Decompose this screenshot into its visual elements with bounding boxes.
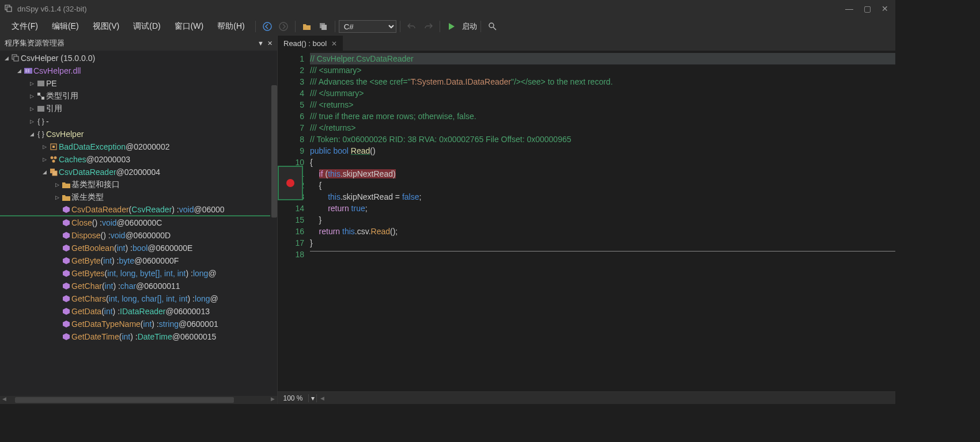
redo-button[interactable] xyxy=(421,20,435,33)
tree-class-csvdatareader[interactable]: ◢CsvDataReader @02000004 xyxy=(0,166,277,178)
tab-close-button[interactable]: ✕ xyxy=(331,40,337,48)
method-icon xyxy=(61,295,71,302)
line-number-gutter: 123456789101112131415161718 xyxy=(278,51,310,391)
code-editor[interactable]: 123456789101112131415161718 // CsvHelper… xyxy=(278,51,895,391)
tree-class-caches[interactable]: ▷Caches @02000003 xyxy=(0,153,277,166)
method-icon xyxy=(61,206,71,213)
breakpoint-icon[interactable] xyxy=(286,179,294,187)
start-button[interactable] xyxy=(445,20,459,33)
svg-line-16 xyxy=(40,96,41,97)
tree-ns-csvhelper[interactable]: ◢{ }CsvHelper xyxy=(0,128,277,140)
assembly-tree[interactable]: ◢CsvHelper (15.0.0.0) ◢CsvHelper.dll ▷PE… xyxy=(0,51,277,396)
tree-method-getdatatypename[interactable]: GetDataTypeName(int) : string @0600001 xyxy=(0,318,277,330)
assembly-icon xyxy=(10,54,21,62)
svg-rect-15 xyxy=(41,97,44,100)
svg-point-21 xyxy=(54,157,57,159)
menu-edit[interactable]: 编辑(E) xyxy=(45,21,86,32)
tree-method-getchar[interactable]: GetChar(int) : char @06000011 xyxy=(0,280,277,292)
editor-tabs: Read() : bool ✕ xyxy=(278,36,895,51)
class-icon xyxy=(48,143,59,150)
tab-label: Read() : bool xyxy=(283,39,327,48)
editor-statusbar: 100 % ▾ ◀ xyxy=(278,391,895,404)
tree-derived-types[interactable]: ▷派生类型 xyxy=(0,191,277,204)
titlebar: dnSpy v6.1.4 (32-bit) — ▢ ✕ xyxy=(0,0,895,17)
method-icon xyxy=(61,321,71,327)
panel-close-button[interactable]: ✕ xyxy=(267,40,273,47)
menu-debug[interactable]: 调试(D) xyxy=(126,21,167,32)
menubar: 文件(F) 编辑(E) 视图(V) 调试(D) 窗口(W) 帮助(H) C# 启… xyxy=(0,17,895,36)
close-button[interactable]: ✕ xyxy=(881,4,888,13)
tree-method-getdata[interactable]: GetData(int) : IDataReader @06000013 xyxy=(0,305,277,318)
tree-vertical-scrollbar[interactable] xyxy=(270,51,277,396)
nav-forward-button[interactable] xyxy=(277,20,290,33)
start-label[interactable]: 启动 xyxy=(462,21,477,32)
tree-method-getbyte[interactable]: GetByte(int) : byte @0600000F xyxy=(0,254,277,267)
search-button[interactable] xyxy=(486,20,500,33)
folder-icon xyxy=(61,195,71,201)
method-icon xyxy=(61,333,71,340)
svg-rect-19 xyxy=(52,146,55,148)
tree-method-getdatetime[interactable]: GetDateTime(int) : DateTime @06000015 xyxy=(0,330,277,343)
language-select[interactable]: C# xyxy=(339,20,396,33)
tree-method-getbytes[interactable]: GetBytes(int, long, byte[], int, int) : … xyxy=(0,267,277,280)
tree-ns-empty[interactable]: ▷{ } - xyxy=(0,115,277,128)
svg-rect-12 xyxy=(28,69,29,73)
tree-module[interactable]: ◢CsvHelper.dll xyxy=(0,64,277,77)
tree-method-ctor[interactable]: CsvDataReader(CsvReader) : void @06000 xyxy=(0,204,277,216)
namespace-icon: { } xyxy=(36,130,46,138)
menu-view[interactable]: 视图(V) xyxy=(86,21,127,32)
svg-rect-5 xyxy=(321,25,327,30)
tree-method-close[interactable]: Close() : void @0600000C xyxy=(0,216,277,229)
svg-rect-1 xyxy=(7,7,12,12)
tree-horizontal-scrollbar[interactable]: ◀▶ xyxy=(0,396,277,404)
app-icon xyxy=(5,5,13,13)
tab-read[interactable]: Read() : bool ✕ xyxy=(278,36,343,51)
references-icon xyxy=(36,106,46,112)
tree-assembly-root[interactable]: ◢CsvHelper (15.0.0.0) xyxy=(0,52,277,64)
assembly-explorer-panel: 程序集资源管理器 ▼ ✕ ◢CsvHelper (15.0.0.0) ◢CsvH… xyxy=(0,36,278,404)
undo-button[interactable] xyxy=(405,20,419,33)
svg-rect-9 xyxy=(14,56,18,61)
tree-base-interfaces[interactable]: ▷基类型和接口 xyxy=(0,178,277,191)
tree-pe[interactable]: ▷PE xyxy=(0,77,277,90)
svg-rect-13 xyxy=(37,81,44,86)
svg-rect-24 xyxy=(52,171,57,176)
h-scroll-left[interactable]: ◀ xyxy=(317,395,328,401)
panel-dropdown-button[interactable]: ▼ xyxy=(258,40,264,47)
tree-class-baddata[interactable]: ▷BadDataException @02000002 xyxy=(0,140,277,153)
method-icon xyxy=(61,308,71,315)
tree-references[interactable]: ▷引用 xyxy=(0,102,277,115)
typeref-icon xyxy=(36,93,46,100)
svg-point-2 xyxy=(263,22,271,31)
breakpoint-gutter[interactable] xyxy=(278,166,303,200)
tree-method-getboolean[interactable]: GetBoolean(int) : bool @0600000E xyxy=(0,242,277,254)
open-button[interactable] xyxy=(300,20,314,33)
method-icon xyxy=(61,219,71,226)
tree-method-dispose[interactable]: Dispose() : void @0600000D xyxy=(0,229,277,242)
minimize-button[interactable]: — xyxy=(845,4,853,13)
nav-back-button[interactable] xyxy=(260,20,274,33)
method-icon xyxy=(61,245,71,252)
method-icon xyxy=(61,257,71,264)
svg-rect-11 xyxy=(25,69,27,73)
svg-point-22 xyxy=(52,160,55,163)
tree-method-getchars[interactable]: GetChars(int, long, char[], int, int) : … xyxy=(0,292,277,305)
folder-icon xyxy=(61,182,71,188)
svg-line-7 xyxy=(493,27,496,30)
maximize-button[interactable]: ▢ xyxy=(864,4,871,13)
save-all-button[interactable] xyxy=(316,20,330,33)
zoom-level[interactable]: 100 % xyxy=(278,394,309,402)
menu-help[interactable]: 帮助(H) xyxy=(210,21,251,32)
zoom-dropdown[interactable]: ▾ xyxy=(309,394,317,402)
svg-point-20 xyxy=(51,157,54,159)
method-icon xyxy=(61,232,71,239)
method-icon xyxy=(61,270,71,277)
tree-typeref[interactable]: ▷类型引用 xyxy=(0,90,277,102)
code-body[interactable]: // CsvHelper.CsvDataReader /// <summary>… xyxy=(310,51,895,391)
svg-rect-14 xyxy=(37,93,40,96)
explorer-header: 程序集资源管理器 ▼ ✕ xyxy=(0,36,277,51)
pe-icon xyxy=(36,81,46,86)
class-icon xyxy=(48,156,59,163)
menu-window[interactable]: 窗口(W) xyxy=(168,21,211,32)
menu-file[interactable]: 文件(F) xyxy=(5,21,45,32)
